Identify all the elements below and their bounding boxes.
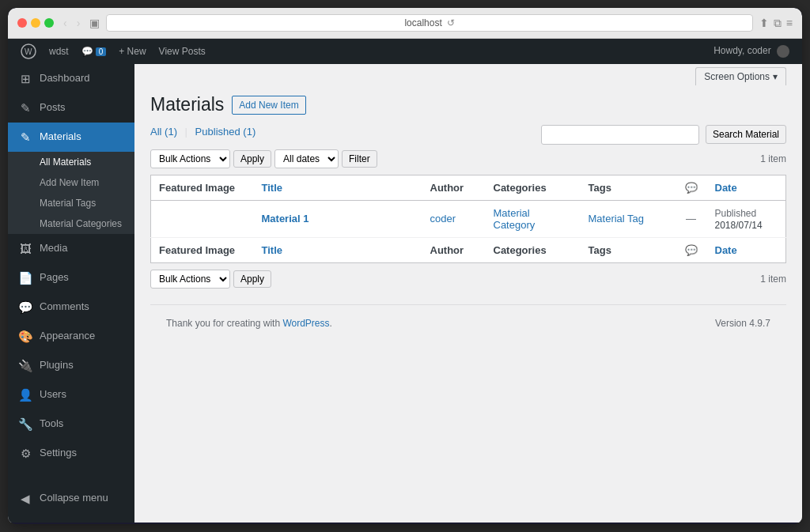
users-icon: 👤 (17, 387, 33, 403)
filter-button[interactable]: Filter (342, 150, 377, 168)
sidebar-item-users[interactable]: 👤 Users (8, 380, 134, 409)
svg-text:W: W (25, 47, 32, 56)
materials-label: Materials (40, 130, 81, 144)
new-label: + New (119, 46, 146, 57)
url-text: localhost (404, 17, 441, 28)
bottom-toolbar: Bulk Actions Apply 1 item (150, 270, 786, 289)
date-status: Published (715, 208, 757, 219)
tfoot-title-sort[interactable]: Title (262, 244, 283, 256)
site-name-text: wdst (49, 46, 69, 57)
maximize-dot[interactable] (44, 18, 54, 28)
sidebar-subitem-add-new[interactable]: Add New Item (8, 172, 134, 193)
url-bar[interactable]: localhost ↺ (106, 14, 752, 32)
sidebar-item-collapse[interactable]: ◀ Collapse menu (8, 484, 134, 513)
bulk-actions-select-top[interactable]: Bulk Actions (150, 149, 230, 168)
footer-credit: Thank you for creating with WordPress. (166, 318, 332, 329)
th-author: Author (422, 175, 486, 200)
sidebar-subitem-material-tags[interactable]: Material Tags (8, 193, 134, 213)
dashboard-label: Dashboard (40, 71, 90, 85)
filter-published-link[interactable]: Published (1) (195, 126, 256, 138)
material-title-link[interactable]: Material 1 (262, 213, 309, 224)
apply-button-top[interactable]: Apply (233, 150, 271, 168)
share-button[interactable]: ⬆ (759, 17, 769, 30)
back-button[interactable]: ‹ (60, 17, 70, 29)
dates-select[interactable]: All dates (274, 149, 339, 168)
wordpress-link[interactable]: WordPress (282, 318, 329, 329)
sidebar-subitem-material-categories[interactable]: Material Categories (8, 213, 134, 234)
new-tab-button[interactable]: ⧉ (774, 17, 782, 30)
admin-bar-site-name[interactable]: wdst (43, 39, 75, 64)
admin-bar-new[interactable]: + New (112, 39, 152, 64)
dashboard-icon: ⊞ (17, 70, 33, 87)
tfoot-author: Author (422, 237, 486, 262)
collapse-icon: ◀ (17, 490, 33, 507)
footer-period: . (330, 318, 332, 329)
th-comments: 💬 (676, 175, 707, 200)
sidebar-item-media[interactable]: 🖼 Media (8, 234, 134, 263)
comments-label: Comments (40, 300, 89, 314)
th-featured-image: Featured Image (151, 175, 254, 200)
sidebar-item-settings[interactable]: ⚙ Settings (8, 439, 134, 468)
media-icon: 🖼 (17, 240, 33, 257)
search-material-button[interactable]: Search Material (706, 125, 786, 144)
bulk-actions-select-bottom[interactable]: Bulk Actions (150, 270, 230, 289)
sidebar-item-appearance[interactable]: 🎨 Appearance (8, 322, 134, 351)
sidebar-item-tools[interactable]: 🔧 Tools (8, 409, 134, 439)
td-categories: Material Category (486, 200, 581, 237)
date-sort-link[interactable]: Date (715, 182, 737, 194)
admin-bar-view-posts[interactable]: View Posts (153, 39, 212, 64)
screen-options-button[interactable]: Screen Options ▾ (695, 67, 786, 85)
category-link[interactable]: Material Category (494, 207, 536, 231)
sidebar-subitem-all-materials[interactable]: All Materials (8, 152, 134, 172)
sidebar-item-comments[interactable]: 💬 Comments (8, 292, 134, 322)
item-count-top: 1 item (760, 153, 786, 164)
tfoot-title[interactable]: Title (254, 237, 422, 262)
pages-label: Pages (40, 270, 69, 285)
minimize-dot[interactable] (31, 18, 40, 28)
td-tags: Material Tag (581, 200, 676, 237)
close-dot[interactable] (17, 18, 27, 28)
admin-bar-wp-logo[interactable]: W (14, 39, 43, 64)
screen-options-label: Screen Options (704, 71, 770, 82)
apply-button-bottom[interactable]: Apply (233, 270, 271, 288)
sidebar-item-pages[interactable]: 📄 Pages (8, 263, 134, 292)
material-tags-label: Material Tags (40, 198, 96, 209)
th-tags: Tags (581, 175, 676, 200)
author-link[interactable]: coder (430, 213, 456, 224)
title-sort-link[interactable]: Title (262, 182, 283, 194)
add-new-item-button[interactable]: Add New Item (232, 96, 305, 115)
footer-thank-you: Thank you for creating with (166, 318, 282, 329)
window-button[interactable]: ▣ (89, 17, 100, 29)
tag-link[interactable]: Material Tag (589, 213, 645, 224)
tools-label: Tools (40, 417, 63, 431)
collapse-label: Collapse menu (40, 491, 108, 505)
forward-button[interactable]: › (74, 17, 84, 29)
th-title[interactable]: Title (254, 175, 422, 200)
screen-options-arrow: ▾ (773, 71, 778, 82)
page-header: Materials Add New Item (150, 93, 786, 117)
admin-bar-howdy[interactable]: Howdy, coder (707, 45, 796, 58)
td-date: Published 2018/07/14 (707, 200, 786, 237)
admin-bar-comments[interactable]: 💬 0 (75, 39, 113, 64)
content-area: Screen Options ▾ Materials Add New Item … (134, 64, 802, 523)
filter-all-link[interactable]: All (1) (150, 126, 177, 138)
media-label: Media (40, 241, 67, 255)
th-date[interactable]: Date (707, 175, 786, 200)
tfoot-date-sort[interactable]: Date (715, 244, 737, 256)
reload-icon[interactable]: ↺ (447, 17, 455, 28)
admin-bar: W wdst 💬 0 + New View Posts Howdy, coder (8, 39, 802, 64)
comment-count: 0 (96, 47, 107, 56)
settings-label: Settings (40, 446, 77, 460)
td-title: Material 1 (254, 200, 422, 237)
sidebar-item-dashboard[interactable]: ⊞ Dashboard (8, 64, 134, 93)
browser-chrome: ‹ › ▣ localhost ↺ ⬆ ⧉ ≡ (8, 8, 802, 39)
tfoot-date[interactable]: Date (707, 237, 786, 262)
sidebar-item-materials[interactable]: ✎ Materials (8, 123, 134, 152)
materials-icon: ✎ (17, 129, 33, 145)
sidebar-button[interactable]: ≡ (786, 17, 793, 30)
plugins-label: Plugins (40, 358, 74, 372)
view-posts-label: View Posts (159, 46, 206, 57)
sidebar-item-posts[interactable]: ✎ Posts (8, 93, 134, 123)
sidebar-item-plugins[interactable]: 🔌 Plugins (8, 351, 134, 380)
search-input[interactable] (541, 125, 699, 145)
